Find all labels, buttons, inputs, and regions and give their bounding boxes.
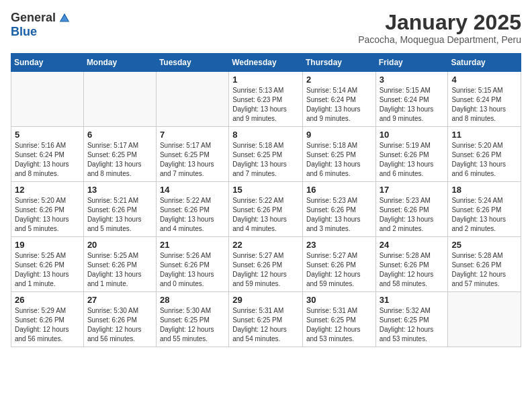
month-title: January 2025 xyxy=(358,11,521,34)
day-number: 10 xyxy=(380,130,445,140)
weekday-header-tuesday: Tuesday xyxy=(156,54,228,72)
day-detail: Sunrise: 5:20 AM Sunset: 6:26 PM Dayligh… xyxy=(451,141,517,179)
calendar-cell: 4Sunrise: 5:15 AM Sunset: 6:24 PM Daylig… xyxy=(448,72,521,127)
day-detail: Sunrise: 5:15 AM Sunset: 6:24 PM Dayligh… xyxy=(380,86,445,124)
day-number: 3 xyxy=(380,75,445,85)
day-detail: Sunrise: 5:27 AM Sunset: 6:26 PM Dayligh… xyxy=(306,251,372,289)
day-detail: Sunrise: 5:15 AM Sunset: 6:24 PM Dayligh… xyxy=(451,86,517,124)
day-detail: Sunrise: 5:19 AM Sunset: 6:26 PM Dayligh… xyxy=(380,141,445,179)
day-number: 17 xyxy=(380,185,445,195)
week-row-2: 5Sunrise: 5:16 AM Sunset: 6:24 PM Daylig… xyxy=(11,127,521,182)
day-detail: Sunrise: 5:31 AM Sunset: 6:25 PM Dayligh… xyxy=(232,306,299,344)
calendar-cell: 23Sunrise: 5:27 AM Sunset: 6:26 PM Dayli… xyxy=(302,237,375,292)
calendar-cell: 14Sunrise: 5:22 AM Sunset: 6:26 PM Dayli… xyxy=(156,182,228,237)
page-header: General Blue January 2025 Pacocha, Moque… xyxy=(11,11,521,45)
day-detail: Sunrise: 5:28 AM Sunset: 6:26 PM Dayligh… xyxy=(380,251,445,289)
day-detail: Sunrise: 5:24 AM Sunset: 6:26 PM Dayligh… xyxy=(451,196,517,234)
weekday-header-thursday: Thursday xyxy=(302,54,375,72)
day-number: 23 xyxy=(306,240,372,250)
day-number: 18 xyxy=(451,185,517,195)
day-detail: Sunrise: 5:30 AM Sunset: 6:26 PM Dayligh… xyxy=(87,306,152,344)
day-number: 1 xyxy=(232,75,299,85)
calendar-cell: 15Sunrise: 5:22 AM Sunset: 6:26 PM Dayli… xyxy=(229,182,303,237)
calendar-cell: 16Sunrise: 5:23 AM Sunset: 6:26 PM Dayli… xyxy=(302,182,375,237)
day-number: 4 xyxy=(451,75,517,85)
day-detail: Sunrise: 5:23 AM Sunset: 6:26 PM Dayligh… xyxy=(306,196,372,234)
calendar-cell: 5Sunrise: 5:16 AM Sunset: 6:24 PM Daylig… xyxy=(11,127,84,182)
location-subtitle: Pacocha, Moquegua Department, Peru xyxy=(358,34,521,45)
day-detail: Sunrise: 5:17 AM Sunset: 6:25 PM Dayligh… xyxy=(87,141,152,179)
day-number: 29 xyxy=(232,295,299,305)
day-detail: Sunrise: 5:27 AM Sunset: 6:26 PM Dayligh… xyxy=(232,251,299,289)
logo-general: General xyxy=(11,11,56,25)
day-number: 8 xyxy=(232,130,299,140)
day-number: 22 xyxy=(232,240,299,250)
calendar-cell: 10Sunrise: 5:19 AM Sunset: 6:26 PM Dayli… xyxy=(375,127,448,182)
day-detail: Sunrise: 5:25 AM Sunset: 6:26 PM Dayligh… xyxy=(15,251,80,289)
logo: General Blue xyxy=(11,11,71,39)
day-number: 14 xyxy=(160,185,225,195)
day-detail: Sunrise: 5:18 AM Sunset: 6:25 PM Dayligh… xyxy=(306,141,372,179)
calendar-cell: 29Sunrise: 5:31 AM Sunset: 6:25 PM Dayli… xyxy=(229,292,303,347)
calendar-cell: 18Sunrise: 5:24 AM Sunset: 6:26 PM Dayli… xyxy=(448,182,521,237)
day-number: 16 xyxy=(306,185,372,195)
calendar-table: SundayMondayTuesdayWednesdayThursdayFrid… xyxy=(11,53,521,347)
calendar-cell: 6Sunrise: 5:17 AM Sunset: 6:25 PM Daylig… xyxy=(83,127,156,182)
logo-blue: Blue xyxy=(11,25,37,39)
calendar-cell: 13Sunrise: 5:21 AM Sunset: 6:26 PM Dayli… xyxy=(83,182,156,237)
week-row-1: 1Sunrise: 5:13 AM Sunset: 6:23 PM Daylig… xyxy=(11,72,521,127)
weekday-header-row: SundayMondayTuesdayWednesdayThursdayFrid… xyxy=(11,54,521,72)
calendar-cell: 12Sunrise: 5:20 AM Sunset: 6:26 PM Dayli… xyxy=(11,182,84,237)
calendar-cell: 25Sunrise: 5:28 AM Sunset: 6:26 PM Dayli… xyxy=(448,237,521,292)
calendar-cell xyxy=(156,72,228,127)
calendar-cell: 28Sunrise: 5:30 AM Sunset: 6:25 PM Dayli… xyxy=(156,292,228,347)
calendar-cell: 31Sunrise: 5:32 AM Sunset: 6:25 PM Dayli… xyxy=(375,292,448,347)
title-block: January 2025 Pacocha, Moquegua Departmen… xyxy=(358,11,521,45)
day-detail: Sunrise: 5:31 AM Sunset: 6:25 PM Dayligh… xyxy=(306,306,372,344)
day-detail: Sunrise: 5:13 AM Sunset: 6:23 PM Dayligh… xyxy=(232,86,299,124)
calendar-cell: 19Sunrise: 5:25 AM Sunset: 6:26 PM Dayli… xyxy=(11,237,84,292)
calendar-cell: 8Sunrise: 5:18 AM Sunset: 6:25 PM Daylig… xyxy=(229,127,303,182)
weekday-header-wednesday: Wednesday xyxy=(229,54,303,72)
day-detail: Sunrise: 5:21 AM Sunset: 6:26 PM Dayligh… xyxy=(87,196,152,234)
calendar-cell: 20Sunrise: 5:25 AM Sunset: 6:26 PM Dayli… xyxy=(83,237,156,292)
day-number: 25 xyxy=(451,240,517,250)
day-detail: Sunrise: 5:30 AM Sunset: 6:25 PM Dayligh… xyxy=(160,306,225,344)
day-number: 24 xyxy=(380,240,445,250)
calendar-cell: 21Sunrise: 5:26 AM Sunset: 6:26 PM Dayli… xyxy=(156,237,228,292)
week-row-4: 19Sunrise: 5:25 AM Sunset: 6:26 PM Dayli… xyxy=(11,237,521,292)
calendar-cell: 11Sunrise: 5:20 AM Sunset: 6:26 PM Dayli… xyxy=(448,127,521,182)
calendar-cell: 26Sunrise: 5:29 AM Sunset: 6:26 PM Dayli… xyxy=(11,292,84,347)
calendar-cell: 22Sunrise: 5:27 AM Sunset: 6:26 PM Dayli… xyxy=(229,237,303,292)
calendar-cell xyxy=(448,292,521,347)
day-detail: Sunrise: 5:20 AM Sunset: 6:26 PM Dayligh… xyxy=(15,196,80,234)
day-number: 28 xyxy=(160,295,225,305)
weekday-header-sunday: Sunday xyxy=(11,54,84,72)
day-number: 9 xyxy=(306,130,372,140)
calendar-cell: 17Sunrise: 5:23 AM Sunset: 6:26 PM Dayli… xyxy=(375,182,448,237)
day-number: 15 xyxy=(232,185,299,195)
logo-icon xyxy=(58,12,71,24)
day-number: 12 xyxy=(15,185,80,195)
day-number: 27 xyxy=(87,295,152,305)
day-detail: Sunrise: 5:29 AM Sunset: 6:26 PM Dayligh… xyxy=(15,306,80,344)
day-detail: Sunrise: 5:26 AM Sunset: 6:26 PM Dayligh… xyxy=(160,251,225,289)
calendar-cell: 1Sunrise: 5:13 AM Sunset: 6:23 PM Daylig… xyxy=(229,72,303,127)
day-number: 30 xyxy=(306,295,372,305)
calendar-cell xyxy=(11,72,84,127)
day-detail: Sunrise: 5:16 AM Sunset: 6:24 PM Dayligh… xyxy=(15,141,80,179)
calendar-cell: 9Sunrise: 5:18 AM Sunset: 6:25 PM Daylig… xyxy=(302,127,375,182)
calendar-cell: 30Sunrise: 5:31 AM Sunset: 6:25 PM Dayli… xyxy=(302,292,375,347)
day-detail: Sunrise: 5:23 AM Sunset: 6:26 PM Dayligh… xyxy=(380,196,445,234)
day-detail: Sunrise: 5:28 AM Sunset: 6:26 PM Dayligh… xyxy=(451,251,517,289)
day-number: 6 xyxy=(87,130,152,140)
day-detail: Sunrise: 5:17 AM Sunset: 6:25 PM Dayligh… xyxy=(160,141,225,179)
calendar-cell: 24Sunrise: 5:28 AM Sunset: 6:26 PM Dayli… xyxy=(375,237,448,292)
day-number: 19 xyxy=(15,240,80,250)
day-number: 5 xyxy=(15,130,80,140)
day-detail: Sunrise: 5:18 AM Sunset: 6:25 PM Dayligh… xyxy=(232,141,299,179)
day-detail: Sunrise: 5:22 AM Sunset: 6:26 PM Dayligh… xyxy=(160,196,225,234)
day-number: 7 xyxy=(160,130,225,140)
day-number: 21 xyxy=(160,240,225,250)
day-number: 2 xyxy=(306,75,372,85)
